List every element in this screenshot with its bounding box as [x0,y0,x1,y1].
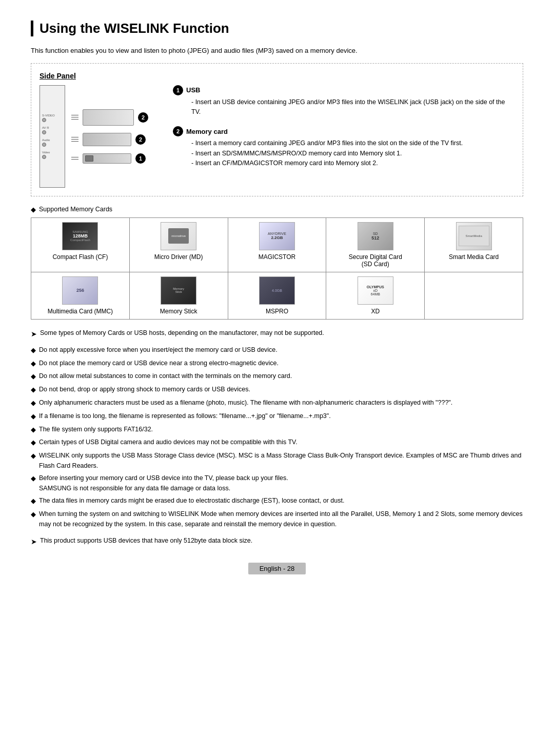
card-img-cf: SAMSUNG 128MB CompactFlash [62,222,98,250]
card-img-sd: SD 512 [358,222,393,250]
usb-label: USB [186,86,200,94]
usb-desc-item: Insert an USB device containing JPEG and… [186,97,515,117]
cards-row-1: SAMSUNG 128MB CompactFlash Compact Flash… [31,217,523,272]
card-cell-magicstor: ANYDRIVE 2.2GB MAGICSTOR [228,217,326,272]
card-cell-mmc: 256 Multimedia Card (MMC) [31,272,130,319]
desc-header-usb: 1 USB [173,85,515,95]
card-cell-xd: OLYMPUS xD 64MB XD [326,272,425,319]
footer-bar: English - 28 [31,563,523,574]
bullet-text-11: When turning the system on and switching… [39,509,523,529]
supported-cards-title: ◆ Supported Memory Cards [31,206,523,213]
supported-cards-label: Supported Memory Cards [39,206,112,213]
usb-badge: 1 [173,85,183,95]
bullet-11: ◆ When turning the system on and switchi… [31,509,523,529]
s-line [71,137,78,138]
note-arrow-2: ➤ This product supports USB devices that… [31,535,523,547]
note-arrow-1: ➤ Some types of Memory Cards or USB host… [31,328,523,340]
slot-row-1: 2 [71,109,148,126]
bullet-notes: ◆ Do not apply excessive force when you … [31,345,523,529]
card-cell-empty [425,272,523,319]
card-cell-cf: SAMSUNG 128MB CompactFlash Compact Flash… [31,217,130,272]
slot-card-1 [83,109,134,126]
bullet-text-8: WISELINK only supports the USB Mass Stor… [39,450,523,471]
bullet-sym-3: ◆ [31,385,36,395]
bullet-sym-9: ◆ [31,473,36,484]
tv-panel: S-VIDEO AV R Audio Video [39,85,148,188]
badge-2-top: 2 [138,112,148,123]
arrow-sym-1: ➤ [31,328,37,340]
s-line [71,115,78,116]
desc-section-usb: 1 USB Insert an USB device containing JP… [173,85,515,117]
port-label-video: Video [42,151,63,154]
slot-lines-2 [71,137,78,142]
side-panel-descriptions: 1 USB Insert an USB device containing JP… [173,85,515,188]
card-cell-smart: SmartMedia Smart Media Card [425,217,523,272]
page-title: Using the WISELINK Function [31,21,523,36]
slot-lines-1 [71,115,78,120]
memory-desc-list: Insert a memory card containing JPEG and… [186,138,515,168]
card-name-magicstor: MAGICSTOR [233,253,321,261]
slot-row-usb: 1 [71,153,148,164]
bullet-4: ◆ Only alphanumeric characters must be u… [31,397,523,409]
bullet-text-7: Certain types of USB Digital camera and … [39,437,298,447]
bullet-0: ◆ Do not apply excessive force when you … [31,345,523,356]
card-img-mspro: 4.0GB [259,276,295,305]
bullet-sym-1: ◆ [31,359,36,369]
card-name-cf: Compact Flash (CF) [36,253,124,261]
bullet-text-5: If a filename is too long, the filename … [39,411,331,421]
card-img-xd: OLYMPUS xD 64MB [358,276,393,305]
bullet-text-2: Do not allow metal substances to come in… [39,371,292,381]
bullet-2: ◆ Do not allow metal substances to come … [31,371,523,382]
card-cell-sd: SD 512 Secure Digital Card(SD Card) [326,217,425,272]
bullet-9: ◆ Before inserting your memory card or U… [31,473,523,493]
bullet-sym-6: ◆ [31,425,36,435]
card-img-mmc: 256 [62,276,98,305]
memory-desc-2: Insert an CF/MD/MAGICSTOR memory card in… [186,158,515,168]
bullet-sym-4: ◆ [31,398,36,409]
bullet-text-1: Do not place the memory card or USB devi… [39,358,279,368]
slot-card-usb [83,153,131,164]
port-circle-video [42,155,46,159]
bullet-6: ◆ The file system only supports FAT16/32… [31,424,523,435]
tv-port-av: AV R [42,126,63,134]
bullet-1: ◆ Do not place the memory card or USB de… [31,358,523,369]
bullet-sym-11: ◆ [31,509,36,520]
bullet-sym-2: ◆ [31,371,36,382]
card-name-md: Micro Driver (MD) [135,253,223,261]
tv-port-video: Video [42,151,63,159]
card-name-xd: XD [331,308,419,315]
card-cell-md: microdrive Micro Driver (MD) [129,217,228,272]
slot-lines-usb [71,157,78,160]
card-cell-ms: MemoryStick Memory Stick [129,272,228,319]
usb-desc-list: Insert an USB device containing JPEG and… [186,97,515,117]
s-line [71,141,78,142]
footer-badge: English - 28 [248,563,306,574]
bullet-10: ◆ The data files in memory cards might b… [31,495,523,507]
slots-column: 2 2 [71,85,148,188]
side-panel-diagram: S-VIDEO AV R Audio Video [39,85,157,188]
desc-section-memory: 2 Memory card Insert a memory card conta… [173,126,515,168]
bullet-text-0: Do not apply excessive force when you in… [39,345,278,355]
card-name-mspro: MSPRO [233,308,321,315]
card-name-ms: Memory Stick [135,308,223,315]
port-circle-audio [42,143,46,147]
bullet-sym-10: ◆ [31,496,36,507]
bullet-text-4: Only alphanumeric characters must be use… [39,397,452,408]
tv-port-top: S-VIDEO [42,114,63,122]
bullet-sym-8: ◆ [31,451,36,462]
note-arrow-1-text: Some types of Memory Cards or USB hosts,… [40,328,324,338]
bullet-text-10: The data files in memory cards might be … [39,495,344,506]
arrow-sym-2: ➤ [31,536,37,547]
s-line [71,157,78,158]
card-img-md: microdrive [161,222,196,250]
s-line [71,117,78,118]
bullet-5: ◆ If a filename is too long, the filenam… [31,411,523,422]
bullet-8: ◆ WISELINK only supports the USB Mass St… [31,450,523,471]
badge-1: 1 [135,153,146,164]
port-label-audio: Audio [42,138,63,142]
memory-badge: 2 [173,126,183,136]
bullet-sym-5: ◆ [31,411,36,422]
s-line [71,119,78,120]
desc-header-memory: 2 Memory card [173,126,515,136]
bullet-text-3: Do not bend, drop or apply strong shock … [39,384,250,394]
